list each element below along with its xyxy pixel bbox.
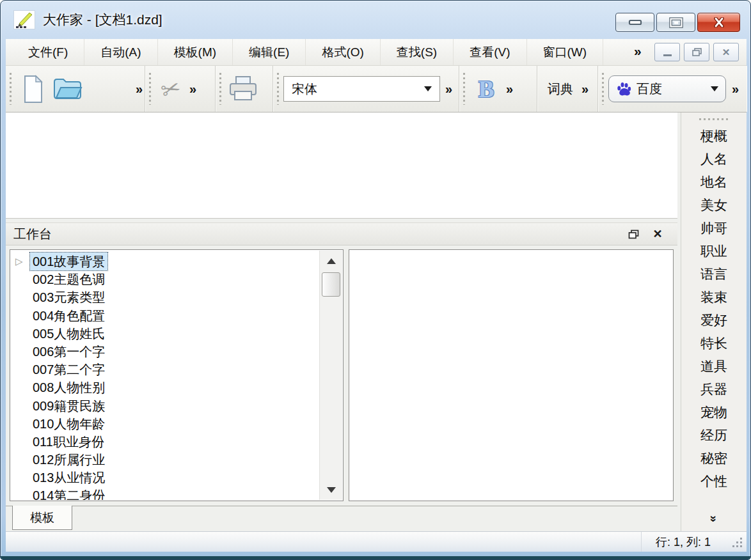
close-panel-button[interactable]: ✕: [651, 227, 665, 241]
tree-item[interactable]: ▷ 003元素类型: [11, 288, 319, 306]
open-folder-icon: [53, 77, 83, 101]
sidebar-item[interactable]: 装束: [700, 286, 727, 309]
font-family-select[interactable]: 宋体: [283, 76, 440, 102]
toolbar-grip[interactable]: [219, 73, 221, 105]
bold-icon: B: [478, 75, 494, 103]
tree-item-label: 003元素类型: [30, 288, 107, 306]
menu-item[interactable]: 查看(V): [454, 39, 526, 65]
open-file-button[interactable]: [51, 70, 85, 107]
sidebar-item[interactable]: 特长: [700, 332, 727, 355]
caption-buttons: [615, 13, 740, 32]
sidebar-items: 梗概 人名 地名 美女 帅哥 职业 语言 装束 爱好 特长: [700, 125, 727, 493]
menu-item[interactable]: 模板(M): [158, 39, 233, 65]
font-family-value: 宋体: [292, 81, 317, 98]
menu-item[interactable]: 格式(O): [306, 39, 380, 65]
status-cursor-position: 行: 1, 列: 1: [641, 532, 711, 552]
toolbar-grip[interactable]: [277, 73, 279, 105]
float-panel-button[interactable]: [626, 227, 640, 241]
menu-item[interactable]: 查找(S): [381, 39, 454, 65]
sidebar-item[interactable]: 职业: [700, 240, 727, 263]
tree-item[interactable]: ▷ 002主题色调: [11, 270, 319, 288]
sidebar-item[interactable]: 宠物: [700, 401, 727, 424]
scissors-icon: ✂: [157, 74, 184, 104]
template-detail-panel[interactable]: [349, 249, 674, 501]
tree-item[interactable]: ▷ 007第二个字: [11, 361, 319, 378]
toolbar-grip[interactable]: [463, 73, 465, 105]
tree-item-label: 013从业情况: [30, 469, 107, 486]
tree-item-label: 012所属行业: [30, 451, 107, 469]
menu-item[interactable]: 窗口(W): [527, 39, 604, 65]
tree-item-label: 007第二个字: [30, 361, 107, 378]
tree-item[interactable]: ▷ 011职业身份: [11, 433, 319, 451]
tab-template[interactable]: 模板: [12, 506, 72, 530]
bold-button[interactable]: B: [470, 70, 503, 107]
file-group-overflow-chevron[interactable]: »: [136, 82, 141, 97]
document-editor[interactable]: [6, 113, 677, 219]
mdi-close-button[interactable]: ✕: [713, 43, 739, 61]
sidebar-item[interactable]: 道具: [700, 355, 727, 378]
dictionary-button[interactable]: 词典: [542, 75, 578, 103]
expander-icon[interactable]: ▷: [15, 253, 23, 270]
tree-item-label: 004角色配置: [30, 307, 107, 325]
tree-item[interactable]: ▷ 013从业情况: [11, 469, 319, 486]
close-panel-icon: ✕: [652, 227, 662, 241]
new-document-button[interactable]: [16, 70, 51, 107]
mdi-restore-icon: [692, 48, 702, 56]
sidebar-item[interactable]: 梗概: [700, 125, 727, 148]
edit-group-overflow-chevron[interactable]: »: [189, 82, 194, 97]
sidebar-item[interactable]: 地名: [700, 171, 727, 194]
toolbar-grip[interactable]: [149, 73, 151, 105]
scroll-up-button[interactable]: [320, 251, 342, 271]
resize-grip-icon[interactable]: [732, 537, 743, 548]
sidebar-item[interactable]: 人名: [700, 148, 727, 171]
maximize-icon: [669, 17, 683, 28]
sidebar-item[interactable]: 兵器: [700, 378, 727, 401]
menu-item[interactable]: 文件(F): [12, 39, 84, 65]
tree-scrollbar[interactable]: [319, 251, 342, 500]
format-group-overflow-chevron[interactable]: »: [506, 82, 511, 97]
titlebar: 大作家 - [文档1.dzd]: [1, 1, 750, 39]
search-group-overflow-chevron[interactable]: »: [732, 82, 737, 97]
sidebar-item[interactable]: 经历: [700, 424, 727, 447]
sidebar-item[interactable]: 帅哥: [700, 217, 727, 240]
baidu-paw-icon: [616, 81, 632, 97]
sidebar-item[interactable]: 个性: [700, 470, 727, 493]
sidebar-item[interactable]: 爱好: [700, 309, 727, 332]
sidebar-item[interactable]: 美女: [700, 194, 727, 217]
menu-overflow-chevron[interactable]: »: [634, 43, 642, 59]
chevron-down-icon[interactable]: [711, 86, 718, 91]
mdi-minimize-button[interactable]: [654, 43, 680, 61]
menu-item[interactable]: 编辑(E): [233, 39, 306, 65]
menu-item[interactable]: 自动(A): [84, 39, 157, 65]
chevron-down-icon[interactable]: [424, 86, 432, 91]
maximize-button[interactable]: [656, 13, 695, 32]
sidebar-item[interactable]: 语言: [700, 263, 727, 286]
tree-item[interactable]: ▷ 005人物姓氏: [11, 325, 319, 343]
tree-item[interactable]: ▷ 014第二身份: [11, 486, 319, 500]
print-button[interactable]: [226, 70, 260, 107]
search-engine-select[interactable]: 百度: [608, 75, 726, 102]
sidebar-more-chevron[interactable]: »: [707, 515, 721, 520]
close-button[interactable]: [697, 13, 740, 32]
font-group-overflow-chevron[interactable]: »: [445, 82, 450, 97]
tree-item[interactable]: ▷ 001故事背景: [11, 253, 319, 270]
workbench-header-buttons: ✕: [626, 227, 670, 241]
tree-item[interactable]: ▷ 012所属行业: [11, 451, 319, 469]
dictionary-overflow-chevron[interactable]: »: [581, 82, 587, 97]
minimize-button[interactable]: [615, 13, 654, 32]
scrollbar-thumb[interactable]: [322, 272, 340, 297]
toolbar-grip[interactable]: [602, 73, 604, 105]
mdi-restore-button[interactable]: [684, 43, 709, 61]
tree-item[interactable]: ▷ 009籍贯民族: [11, 397, 319, 415]
tree-item[interactable]: ▷ 004角色配置: [11, 307, 319, 325]
template-tree: ▷ 001故事背景 ▷ 002主题色调 ▷ 003元素类型: [11, 251, 319, 500]
toolbar-grip[interactable]: [10, 73, 12, 105]
cut-button[interactable]: ✂: [155, 70, 186, 107]
scroll-down-button[interactable]: [320, 479, 342, 500]
tree-item[interactable]: ▷ 006第一个字: [11, 343, 319, 361]
tree-item[interactable]: ▷ 010人物年龄: [11, 415, 319, 433]
mdi-minimize-icon: [663, 54, 672, 56]
tree-item[interactable]: ▷ 008人物性别: [11, 378, 319, 396]
sidebar-grip[interactable]: [699, 118, 729, 120]
sidebar-item[interactable]: 秘密: [700, 447, 727, 470]
